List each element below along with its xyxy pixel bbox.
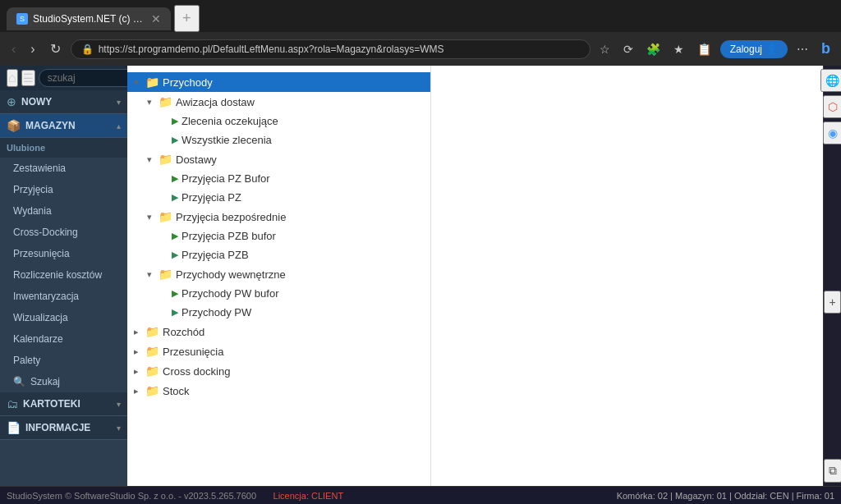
edge-btn-window[interactable]: ⧉ [824,459,842,483]
tree-label-przychody_pw_bufor: Przychody PW bufor [182,287,279,300]
refresh-button[interactable]: ↻ [45,38,66,60]
tree-item-przyjecia_pzb_bufor[interactable]: ▶Przyjęcia PZB bufor [127,227,430,245]
sidebar-item-przesuniecia[interactable]: Przesunięcia [0,243,127,264]
edge-btn-1[interactable]: 🌐 [820,69,841,92]
history-icon[interactable]: ⟳ [619,39,637,59]
status-license-link[interactable]: Licencja: CLIENT [273,491,344,501]
magazyn-icon: 📦 [7,119,21,132]
tree-toggle-przesuniecia[interactable]: ▸ [134,346,145,357]
edge-btn-2[interactable]: ⬡ [823,95,842,118]
address-bar[interactable]: 🔒 https://st.programdemo.pl/DefaultLeftM… [71,39,591,59]
tree-toggle-przychody[interactable]: ▾ [134,77,145,88]
favorites-icon[interactable]: ★ [669,39,688,59]
search-input[interactable] [39,69,127,87]
magazyn-label: MAGAZYN [25,120,117,131]
edge-btn-add[interactable]: + [824,291,840,314]
tree-item-przyjecia_pzb[interactable]: ▶Przyjęcia PZB [127,245,430,264]
nowy-label: NOWY [21,96,117,108]
edge-btn-3[interactable]: ◉ [823,121,842,144]
browser-nav-bar: ‹ › ↻ 🔒 https://st.programdemo.pl/Defaul… [0,32,841,66]
tree-toggle-cross_docking[interactable]: ▸ [134,366,145,377]
ulubione-label: Ulubione [7,143,45,153]
sidebar-item-rozliczenie-kosztow[interactable]: Rozliczenie kosztów [0,264,127,286]
tree-toggle-przychody_wewnetrzne[interactable]: ▾ [147,269,159,280]
sidebar-section-kartoteki[interactable]: 🗂 KARTOTEKI ▾ [0,392,127,416]
tree-label-przychody_wewnetrzne: Przychody wewnętrzne [176,268,286,281]
kartoteki-label: KARTOTEKI [23,398,117,410]
sidebar-section-nowy[interactable]: ⊕ NOWY ▾ [0,90,127,114]
tree-icon-cross_docking: 📁 [145,364,159,378]
nowy-arrow-icon: ▾ [117,98,121,107]
tree-toggle-awizacja[interactable]: ▾ [147,97,159,108]
app-container: ⌂ ☰ ⊕ NOWY ▾ 📦 MAGAZYN ▴ Ulubione Zestaw… [0,66,841,486]
sidebar-item-palety[interactable]: Palety [0,350,127,371]
menu-button[interactable]: ☰ [21,70,35,86]
tree-item-przyjecia_bezposrednie[interactable]: ▾📁Przyjęcia bezpośrednie [127,207,430,227]
tree-item-przyjecia_pz_bufor[interactable]: ▶Przyjęcia PZ Bufor [127,169,430,188]
right-edge: 🌐 ⬡ ◉ + ⧉ [823,66,841,486]
sidebar-section-magazyn[interactable]: 📦 MAGAZYN ▴ [0,114,127,138]
bing-icon[interactable]: b [817,37,834,61]
sidebar-item-przyjecia[interactable]: Przyjęcia [0,179,127,200]
right-panel [431,66,823,486]
tab-close-icon[interactable]: ✕ [151,12,161,25]
tree-item-przychody_pw[interactable]: ▶Przychody PW [127,303,430,322]
tree-item-rozchod[interactable]: ▸📁Rozchód [127,322,430,341]
user-icon: 👤 [765,44,778,55]
tree-toggle-stock[interactable]: ▸ [134,386,145,396]
tree-label-przychody: Przychody [163,76,213,89]
tree-item-dostawy[interactable]: ▾📁Dostawy [127,149,430,169]
tree-item-cross_docking[interactable]: ▸📁Cross docking [127,361,430,381]
search-icon-small: 🔍 [13,376,25,387]
tree-icon-wszystkie: ▶ [172,135,178,145]
browser-tab-active[interactable]: S StudioSystem.NET (c) SoftwareS... ✕ [7,7,171,30]
app-toolbar: ⌂ ☰ [0,66,127,90]
tree-toggle-dostawy[interactable]: ▾ [147,154,159,165]
informacje-arrow-icon: ▾ [117,424,121,433]
browser-tab-bar: S StudioSystem.NET (c) SoftwareS... ✕ + [0,0,841,32]
tree-toggle-rozchod[interactable]: ▸ [134,327,145,337]
tree-icon-przychody_pw_bufor: ▶ [172,288,178,299]
bookmark-icon[interactable]: ☆ [595,39,614,59]
tree-item-przesuniecia[interactable]: ▸📁Przesunięcia [127,341,430,361]
sidebar-item-inwentaryzacja[interactable]: Inwentaryzacja [0,286,127,307]
collection-icon[interactable]: 📋 [693,39,715,59]
new-tab-button[interactable]: + [174,5,200,32]
tree-label-przychody_pw: Przychody PW [182,306,251,318]
tree-toggle-przyjecia_bezposrednie[interactable]: ▾ [147,212,159,222]
tree-item-przychody_wewnetrzne[interactable]: ▾📁Przychody wewnętrzne [127,264,430,284]
back-button[interactable]: ‹ [7,39,21,60]
sidebar-item-cross-docking[interactable]: Cross-Docking [0,222,127,243]
sidebar-item-zestawienia[interactable]: Zestawienia [0,158,127,179]
sidebar-item-szukaj[interactable]: 🔍 Szukaj [0,371,127,392]
sidebar-section-informacje[interactable]: 📄 INFORMACJE ▾ [0,416,127,440]
extensions-icon[interactable]: 🧩 [642,39,664,59]
tree-icon-przesuniecia: 📁 [145,345,159,358]
lock-icon: 🔒 [81,44,94,55]
tree-item-wszystkie[interactable]: ▶Wszystkie zlecenia [127,131,430,149]
tree-icon-przyjecia_pzb: ▶ [172,250,178,260]
sidebar-item-wydania[interactable]: Wydania [0,200,127,222]
nowy-icon: ⊕ [7,95,16,108]
informacje-label: INFORMACJE [25,422,117,433]
more-options-icon[interactable]: ⋯ [793,39,812,59]
tree-item-awizacja[interactable]: ▾📁Awizacja dostaw [127,92,430,112]
tree-item-przychody[interactable]: ▾📁Przychody [127,72,430,92]
sidebar-item-wizualizacja[interactable]: Wizualizacja [0,307,127,328]
sidebar-item-kalendarze[interactable]: Kalendarze [0,328,127,350]
tree-item-stock[interactable]: ▸📁Stock [127,381,430,401]
tab-favicon: S [16,13,28,25]
home-button[interactable]: ⌂ [7,69,18,87]
tree-label-przesuniecia: Przesunięcia [163,346,223,358]
kartoteki-arrow-icon: ▾ [117,400,121,409]
tree-item-przyjecia_pz[interactable]: ▶Przyjęcia PZ [127,188,430,207]
forward-button[interactable]: › [25,39,39,60]
tree-item-zlecenia[interactable]: ▶Zlecenia oczekujące [127,112,430,131]
sidebar: ⌂ ☰ ⊕ NOWY ▾ 📦 MAGAZYN ▴ Ulubione Zestaw… [0,66,127,486]
tree-label-przyjecia_pz: Przyjęcia PZ [182,191,241,204]
tab-title: StudioSystem.NET (c) SoftwareS... [33,13,146,25]
nav-icons: ☆ ⟳ 🧩 ★ 📋 Zaloguj 👤 ⋯ b [595,37,834,61]
tree-icon-przychody_pw: ▶ [172,307,178,318]
tree-item-przychody_pw_bufor[interactable]: ▶Przychody PW bufor [127,284,430,303]
login-button[interactable]: Zaloguj 👤 [720,40,788,58]
